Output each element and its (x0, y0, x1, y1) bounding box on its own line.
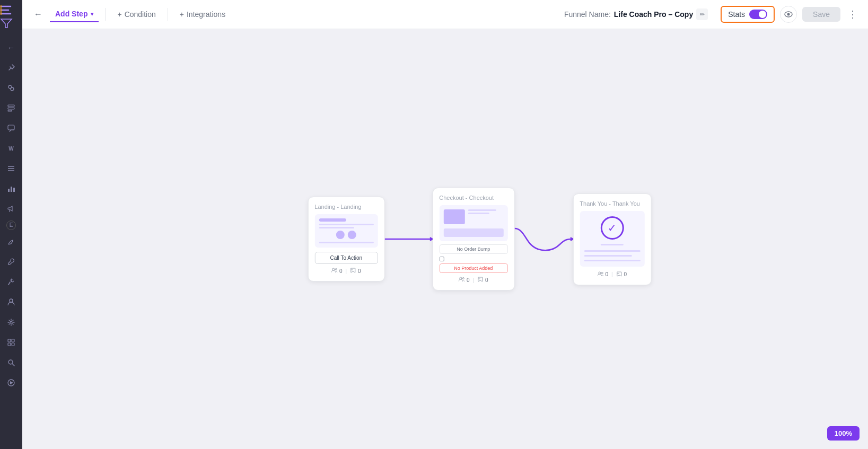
landing-conversions-count: 0 (358, 268, 361, 274)
plus-icon: + (117, 10, 121, 19)
grid-icon[interactable] (3, 334, 20, 351)
thankyou-subtitle: - Thank You (609, 200, 640, 207)
checkout-card-header: Checkout - Checkout (439, 195, 507, 201)
svg-rect-21 (12, 343, 14, 346)
canvas[interactable]: Landing - Landing Call To Action (22, 29, 868, 449)
back-nav-icon[interactable]: ← (3, 39, 20, 56)
funnel-name-label: Funnel Name: (564, 10, 611, 19)
list-icon[interactable] (3, 160, 20, 177)
preview-bar-1 (319, 218, 346, 222)
settings-icon[interactable] (3, 314, 20, 331)
preview-line-1 (319, 224, 373, 225)
arrow-1 (384, 223, 432, 255)
checkout-top-row (443, 209, 503, 226)
mini-checkbox (439, 257, 444, 261)
integrations-button[interactable]: + Integrations (174, 7, 231, 22)
preview-button[interactable] (780, 6, 797, 23)
checkout-title: Checkout (439, 195, 463, 201)
stats-toggle[interactable] (749, 10, 767, 19)
conversions-icon (350, 267, 356, 275)
thankyou-line-3 (584, 255, 632, 257)
leaf-icon[interactable] (3, 233, 20, 250)
checkout-conversions-icon (477, 276, 484, 284)
no-order-bump-label: No Order Bump (439, 244, 507, 254)
thankyou-visitors-count: 0 (605, 271, 608, 277)
back-button[interactable]: ← (31, 7, 46, 22)
stats-button[interactable]: Stats (721, 6, 775, 23)
funnel-name-section: Funnel Name: Life Coach Pro – Copy ✏ (564, 8, 708, 20)
checkout-conversions-stat: 0 (477, 276, 488, 284)
preview-circle-1 (336, 231, 345, 239)
svg-line-23 (12, 364, 14, 366)
thankyou-preview: ✓ (580, 211, 644, 267)
megaphone-icon[interactable] (3, 200, 20, 217)
funnel-name-value: Life Coach Pro – Copy (614, 10, 693, 19)
svg-rect-5 (8, 105, 14, 107)
play-icon[interactable] (3, 374, 20, 391)
topbar-divider-2 (168, 8, 168, 21)
plus-icon-2: + (180, 10, 184, 19)
arrow-2 (514, 218, 573, 260)
landing-conversions-stat: 0 (350, 267, 361, 275)
checkout-stats-divider: | (472, 277, 474, 283)
svg-rect-19 (12, 339, 14, 342)
circle-e-icon[interactable]: E (6, 221, 16, 230)
svg-rect-18 (8, 339, 11, 342)
integrations-label: Integrations (187, 10, 225, 19)
landing-subtitle: - Landing (337, 204, 362, 210)
woo-icon[interactable]: W (3, 140, 20, 157)
condition-label: Condition (125, 10, 156, 19)
svg-rect-20 (8, 343, 11, 346)
thankyou-card-header: Thank You - Thank You (580, 200, 644, 207)
landing-stats-row: 0 | 0 (314, 267, 378, 275)
svg-marker-1 (1, 19, 12, 28)
thankyou-line-2 (584, 250, 640, 252)
logo-icon[interactable] (0, 5, 22, 31)
thankyou-conversions-stat: 0 (616, 271, 627, 278)
zoom-badge: 100% (827, 426, 860, 441)
search-icon[interactable] (3, 354, 20, 371)
bar-chart-icon[interactable] (3, 180, 20, 197)
topbar: ← Add Step ▾ + Condition + Integrations … (22, 0, 868, 29)
checkout-form-area (443, 228, 503, 237)
main-area: ← Add Step ▾ + Condition + Integrations … (22, 0, 868, 449)
checkout-visitors-icon (459, 277, 465, 283)
landing-preview (314, 214, 378, 248)
landing-visitors-stat: 0 (331, 268, 343, 274)
tool-icon[interactable] (3, 253, 20, 270)
svg-rect-8 (8, 125, 14, 130)
person-icon[interactable] (3, 294, 20, 311)
checkout-card[interactable]: Checkout - Checkout No Order Bump (432, 188, 514, 290)
thankyou-card[interactable]: Thank You - Thank You ✓ (573, 193, 651, 285)
visitors-icon (331, 268, 338, 274)
checkout-stats-row: 0 | 0 (439, 276, 507, 284)
thankyou-title: Thank You (580, 200, 607, 207)
checkbox-row (439, 257, 507, 261)
layers-icon[interactable] (3, 100, 20, 117)
group-icon[interactable] (3, 80, 20, 96)
svg-point-29 (335, 269, 337, 270)
svg-point-27 (787, 13, 790, 16)
condition-button[interactable]: + Condition (112, 7, 161, 22)
stats-divider: | (345, 268, 347, 274)
edit-funnel-name-button[interactable]: ✏ (696, 8, 708, 20)
checkout-text-lines (468, 209, 503, 226)
checkout-subtitle: - Checkout (466, 195, 494, 201)
add-step-button[interactable]: Add Step ▾ (50, 6, 99, 22)
save-button[interactable]: Save (802, 7, 840, 22)
svg-point-17 (10, 321, 12, 323)
more-options-button[interactable]: ⋮ (846, 6, 860, 22)
preview-circle-2 (348, 231, 356, 239)
wrench-icon[interactable] (3, 274, 20, 290)
preview-line-3 (319, 242, 373, 243)
funnel-flow: Landing - Landing Call To Action (308, 188, 651, 290)
landing-card[interactable]: Landing - Landing Call To Action (308, 197, 384, 281)
svg-marker-30 (351, 268, 355, 272)
sidebar: ← W E (0, 0, 22, 449)
no-product-added-label: No Product Added (439, 263, 507, 273)
thankyou-stats-row: 0 | 0 (580, 271, 644, 278)
svg-point-16 (10, 299, 13, 302)
comment-icon[interactable] (3, 120, 20, 137)
preview-circles (319, 231, 373, 239)
pin-icon[interactable] (3, 59, 20, 76)
